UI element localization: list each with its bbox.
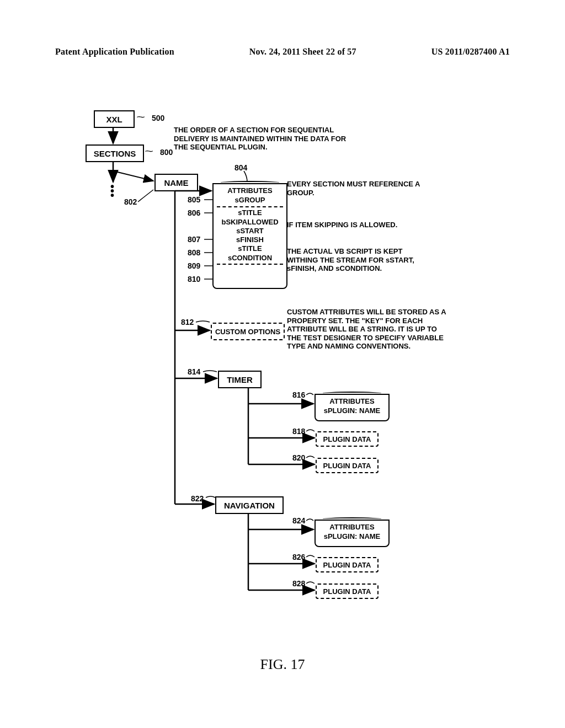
- ref-822: 822: [191, 494, 204, 503]
- plugin-data-820: PLUGIN DATA: [316, 458, 379, 473]
- box-sections: SECTIONS: [86, 144, 144, 162]
- annot-custom-attrs: CUSTOM ATTRIBUTES WILL BE STORED AS A PR…: [287, 308, 452, 351]
- ref-802: 802: [124, 197, 137, 206]
- header-right: US 2011/0287400 A1: [431, 47, 510, 57]
- dots: •••: [110, 184, 114, 197]
- nav-attr-title: ATTRIBUTES: [319, 523, 385, 531]
- attr-stitle: sTITLE: [217, 206, 283, 217]
- annot-order: THE ORDER OF A SECTION FOR SEQUENTIAL DE…: [174, 126, 350, 152]
- timer-attributes: ATTRIBUTES sPLUGIN: NAME: [315, 394, 390, 421]
- ref-824: 824: [292, 516, 305, 525]
- lead-tilde-500: ~: [136, 111, 145, 123]
- figure-caption: FIG. 17: [0, 656, 565, 673]
- ref-828: 828: [292, 579, 305, 588]
- ref-820: 820: [292, 453, 305, 462]
- nav-splugin: sPLUGIN: NAME: [319, 532, 385, 541]
- attr-sgroup: sGROUP: [217, 196, 283, 205]
- ref-816: 816: [292, 390, 305, 399]
- ref-810: 810: [188, 275, 200, 283]
- ref-805: 805: [188, 195, 200, 204]
- header-center: Nov. 24, 2011 Sheet 22 of 57: [249, 47, 356, 57]
- attr-bskip: bSKIPALLOWED: [217, 218, 283, 227]
- ref-826: 826: [292, 553, 305, 561]
- diagram: XXL ~ 500 SECTIONS ~ 800 ••• THE ORDER O…: [55, 99, 508, 651]
- ref-806: 806: [188, 208, 200, 217]
- header-left: Patent Application Publication: [55, 47, 174, 57]
- annot-skip: IF ITEM SKIPPING IS ALLOWED.: [287, 221, 430, 229]
- annot-every-section: EVERY SECTION MUST REFERENCE A GROUP.: [287, 180, 430, 197]
- attr-sstart: sSTART: [217, 227, 283, 235]
- ref-818: 818: [292, 427, 305, 436]
- attr-sfinish: sFINISH: [217, 235, 283, 244]
- box-name: NAME: [154, 174, 198, 191]
- attr-stitle2: sTITLE: [217, 244, 283, 253]
- ref-804: 804: [234, 163, 247, 172]
- plugin-data-826: PLUGIN DATA: [316, 557, 379, 572]
- lead-tilde-800: ~: [145, 146, 153, 157]
- box-timer: TIMER: [218, 371, 262, 388]
- nav-attributes: ATTRIBUTES sPLUGIN: NAME: [315, 520, 390, 547]
- custom-options: CUSTOM OPTIONS: [211, 323, 285, 340]
- plugin-data-828: PLUGIN DATA: [316, 584, 379, 599]
- attributes-main: ATTRIBUTES sGROUP sTITLE bSKIPALLOWED sS…: [212, 183, 287, 289]
- ref-812: 812: [181, 318, 194, 326]
- attr-title: ATTRIBUTES: [217, 186, 283, 195]
- svg-line-3: [113, 171, 153, 181]
- annot-vbscript: THE ACTUAL VB SCRIPT IS KEPT WITHING THE…: [287, 247, 430, 273]
- plugin-data-818: PLUGIN DATA: [316, 431, 379, 447]
- ref-807: 807: [188, 235, 200, 244]
- ref-814: 814: [188, 367, 200, 376]
- box-xxl: XXL: [94, 110, 135, 128]
- connector-lines: [55, 99, 508, 651]
- timer-splugin: sPLUGIN: NAME: [319, 406, 385, 415]
- attr-scond: sCONDITION: [217, 254, 283, 265]
- ref-809: 809: [188, 261, 200, 270]
- ref-808: 808: [188, 248, 200, 257]
- ref-800: 800: [160, 148, 173, 157]
- ref-500: 500: [152, 114, 164, 122]
- box-navigation: NAVIGATION: [215, 496, 284, 514]
- timer-attr-title: ATTRIBUTES: [319, 397, 385, 405]
